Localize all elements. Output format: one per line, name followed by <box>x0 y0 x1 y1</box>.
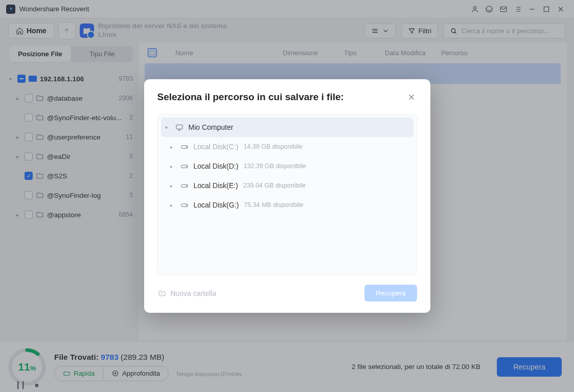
svg-rect-9 <box>176 125 182 129</box>
modal-close-button[interactable] <box>406 91 417 105</box>
svg-point-17 <box>186 205 187 205</box>
computer-icon <box>174 123 185 131</box>
drive-name: Local Disk(D:) <box>194 162 239 170</box>
location-drive[interactable]: ▸ Local Disk(D:) 132.39 GB disponibile <box>161 156 414 176</box>
drive-icon <box>179 201 190 209</box>
location-drive[interactable]: ▸ Local Disk(G:) 75.34 MB disponibile <box>161 195 414 215</box>
drive-icon <box>179 143 190 151</box>
drive-available: 14.38 GB disponibile <box>243 143 302 150</box>
caret-icon: ▸ <box>170 164 175 169</box>
caret-icon: ▸ <box>170 183 175 189</box>
modal-overlay[interactable]: Seleziona il percorso in cui salvare i f… <box>0 0 574 392</box>
svg-point-11 <box>186 147 187 147</box>
svg-point-13 <box>186 166 187 167</box>
caret-icon: ▸ <box>170 202 175 208</box>
new-folder-label: Nuova cartella <box>171 289 217 297</box>
drive-available: 132.39 GB disponibile <box>243 163 306 170</box>
drive-icon <box>179 181 190 190</box>
drive-name: Local Disk(G:) <box>194 201 239 209</box>
modal-recover-button[interactable]: Recupera <box>364 285 417 302</box>
drive-name: Local Disk(E:) <box>194 181 238 190</box>
location-label: Mio Computer <box>189 123 234 131</box>
location-drive[interactable]: ▸ Local Disk(E:) 239.04 GB disponibile <box>161 176 414 195</box>
location-list: ▾ Mio Computer ▸ Local Disk(C:) 14.38 GB… <box>157 114 417 275</box>
drive-name: Local Disk(C:) <box>194 143 239 151</box>
modal-title: Seleziona il percorso in cui salvare i f… <box>157 91 344 103</box>
new-folder-button[interactable]: Nuova cartella <box>157 289 217 297</box>
drive-available: 75.34 MB disponibile <box>244 201 303 209</box>
svg-point-15 <box>186 186 187 186</box>
save-location-modal: Seleziona il percorso in cui salvare i f… <box>144 79 430 313</box>
caret-icon: ▾ <box>165 125 170 130</box>
drive-icon <box>179 162 190 170</box>
location-my-computer[interactable]: ▾ Mio Computer <box>161 118 414 137</box>
location-drive[interactable]: ▸ Local Disk(C:) 14.38 GB disponibile <box>161 137 414 156</box>
drive-available: 239.04 GB disponibile <box>243 182 306 189</box>
caret-icon: ▸ <box>170 144 175 150</box>
